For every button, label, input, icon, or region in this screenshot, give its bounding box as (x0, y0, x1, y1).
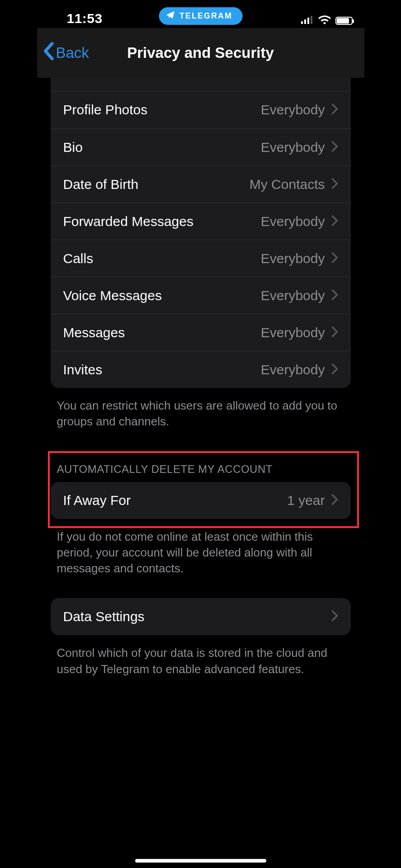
back-button[interactable]: Back (42, 42, 89, 64)
pill-label: TELEGRAM (179, 11, 232, 21)
data-settings-group: Data Settings (51, 598, 351, 635)
section-header-delete: AUTOMATICALLY DELETE MY ACCOUNT (37, 429, 364, 482)
row-value: 1 year (287, 493, 325, 508)
home-indicator[interactable] (135, 859, 266, 863)
privacy-row-messages[interactable]: MessagesEverybody (51, 314, 351, 351)
chevron-right-icon (331, 103, 338, 117)
privacy-row-voice-messages[interactable]: Voice MessagesEverybody (51, 277, 351, 314)
chevron-right-icon (331, 289, 338, 302)
row-label: Voice Messages (63, 288, 261, 303)
chevron-right-icon (331, 494, 338, 507)
row-label: If Away For (63, 493, 288, 508)
row-label: Profile Photos (63, 102, 261, 118)
row-label: Messages (63, 325, 261, 340)
chevron-right-icon (331, 178, 338, 191)
row-label: Forwarded Messages (63, 214, 261, 229)
return-to-app-pill[interactable]: TELEGRAM (159, 7, 242, 25)
privacy-footer: You can restrict which users are allowed… (37, 388, 364, 429)
chevron-right-icon (331, 141, 338, 154)
privacy-row-date-of-birth[interactable]: Date of BirthMy Contacts (51, 165, 351, 203)
chevron-right-icon (331, 610, 338, 623)
row-value: Everybody (261, 251, 325, 266)
svg-rect-1 (304, 19, 306, 24)
svg-rect-2 (307, 18, 309, 24)
row-label: Data Settings (63, 609, 331, 624)
row-label: Calls (63, 251, 261, 266)
back-label: Back (56, 44, 89, 61)
nav-bar: Back Privacy and Security (37, 28, 364, 78)
row-label: Bio (63, 140, 261, 155)
chevron-right-icon (331, 215, 338, 228)
if-away-for-row[interactable]: If Away For 1 year (51, 482, 351, 519)
data-settings-row[interactable]: Data Settings (51, 598, 351, 635)
chevron-right-icon (331, 363, 338, 377)
list-row-partial (51, 78, 351, 91)
privacy-settings-group: Profile PhotosEverybodyBioEverybodyDate … (51, 78, 351, 388)
wifi-icon (318, 15, 331, 26)
status-right (301, 15, 353, 26)
clock: 11:53 (49, 11, 103, 26)
row-value: My Contacts (250, 177, 325, 192)
privacy-row-bio[interactable]: BioEverybody (51, 128, 351, 165)
delete-footer: If you do not come online at least once … (37, 519, 364, 576)
delete-account-group: If Away For 1 year (51, 482, 351, 519)
row-value: Everybody (261, 325, 325, 340)
status-bar: 11:53 TELEGRAM (37, 0, 364, 28)
page-title: Privacy and Security (127, 44, 274, 61)
row-value: Everybody (261, 102, 325, 118)
privacy-row-forwarded-messages[interactable]: Forwarded MessagesEverybody (51, 203, 351, 240)
svg-rect-3 (311, 16, 312, 24)
row-value: Everybody (261, 362, 325, 377)
privacy-row-profile-photos[interactable]: Profile PhotosEverybody (51, 91, 351, 128)
data-footer: Control which of your data is stored in … (37, 635, 364, 677)
row-value: Everybody (261, 214, 325, 229)
cellular-icon (301, 16, 314, 26)
chevron-left-icon (42, 42, 54, 64)
privacy-row-calls[interactable]: CallsEverybody (51, 240, 351, 277)
chevron-right-icon (331, 326, 338, 340)
svg-rect-0 (301, 21, 303, 24)
battery-icon (335, 17, 353, 25)
chevron-right-icon (331, 252, 338, 265)
paper-plane-icon (165, 10, 175, 22)
row-label: Date of Birth (63, 177, 250, 192)
row-label: Invites (63, 362, 261, 377)
privacy-row-invites[interactable]: InvitesEverybody (51, 351, 351, 388)
row-value: Everybody (261, 140, 325, 155)
row-value: Everybody (261, 288, 325, 303)
